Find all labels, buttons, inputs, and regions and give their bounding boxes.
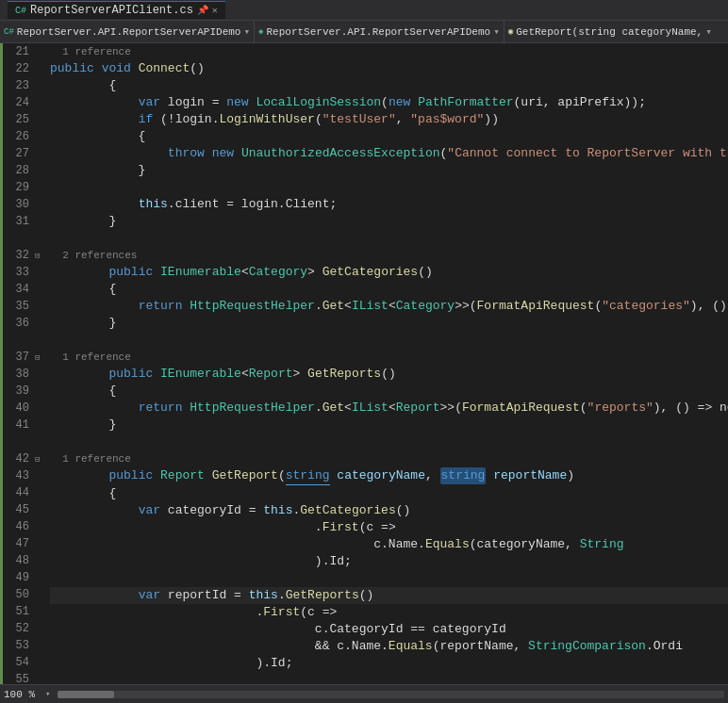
nav-segment-1[interactable]: C# ReportServer.API.ReportServerAPIDemo … [0,21,255,42]
code-line-24: if (!login.LoginWithUser("testUser", "pa… [50,111,728,128]
nav-segment-3[interactable]: ◉ GetReport(string categoryName, ▾ [505,21,716,42]
collapse-gutter: ⊟ ⊟ ⊟ [35,43,48,684]
code-line-37: public IEnumerable<Report> GetReports() [50,366,728,383]
nav-segment-2[interactable]: ◈ ReportServer.API.ReportServerAPIDemo ▾ [255,21,505,42]
code-line-53: ).Id; [50,655,728,672]
nav-segment-2-text: ReportServer.API.ReportServerAPIDemo [267,26,491,38]
code-line-35: } [50,315,728,332]
scrollbar-thumb[interactable] [58,691,114,698]
code-line-30: } [50,213,728,230]
code-line-45: .First(c => [50,519,728,536]
nav-method-icon: ◉ [508,26,513,37]
code-text-area[interactable]: 1 reference public void Connect() { var … [48,43,728,684]
code-line-38: { [50,383,728,400]
code-line-36 [50,332,728,349]
code-line-39: return HttpRequestHelper.Get<IList<Repor… [50,400,728,417]
code-line-25: { [50,128,728,145]
code-line-50: .First(c => [50,604,728,621]
code-line-28 [50,179,728,196]
nav-dropdown-icon-3[interactable]: ▾ [705,25,712,38]
code-line-32: public IEnumerable<Category> GetCategori… [50,264,728,281]
code-editor: 21 22 23 24 25 26 27 28 29 30 31 32 33 3… [0,43,728,684]
nav-dropdown-icon-1[interactable]: ▾ [243,25,250,38]
code-body: 21 22 23 24 25 26 27 28 29 30 31 32 33 3… [0,43,728,684]
ref-line-2: 2 references [50,247,728,264]
code-line-34: return HttpRequestHelper.Get<IList<Categ… [50,298,728,315]
code-line-40: } [50,417,728,433]
code-line-33: { [50,281,728,298]
code-line-21: public void Connect() [50,60,728,77]
ref-line-4: 1 reference [50,450,728,467]
horizontal-scrollbar[interactable] [58,691,724,698]
line-numbers: 21 22 23 24 25 26 27 28 29 30 31 32 33 3… [3,43,35,684]
zoom-dropdown-icon[interactable]: ▾ [45,689,50,699]
code-line-31 [50,230,728,247]
code-line-26: throw new UnauthorizedAccessException("C… [50,145,728,162]
code-line-48 [50,570,728,587]
code-line-44: var categoryId = this.GetCategories() [50,502,728,519]
title-bar: C# ReportServerAPIClient.cs 📌 ✕ [0,0,728,21]
cs-file-icon: C# [15,6,26,16]
ref-line-3: 1 reference [50,349,728,366]
nav-segment-1-text: ReportServer.API.ReportServerAPIDemo [17,26,241,38]
code-line-51: c.CategoryId == categoryId [50,621,728,638]
nav-cs-icon: C# [4,27,14,37]
code-line-52: && c.Name.Equals(reportName, StringCompa… [50,638,728,655]
zoom-level[interactable]: 100 % [4,689,38,700]
code-line-23: var login = new LocalLoginSession(new Pa… [50,94,728,111]
nav-segment-3-text: GetReport(string categoryName, [516,26,703,38]
pin-icon: 📌 [197,5,208,16]
code-line-54 [50,672,728,684]
file-tab[interactable]: C# ReportServerAPIClient.cs 📌 ✕ [8,1,225,19]
ref-line: 1 reference [50,43,728,60]
code-line-46: c.Name.Equals(categoryName, String [50,536,728,553]
nav-class-icon: ◈ [258,26,263,37]
code-line-47: ).Id; [50,553,728,570]
tab-filename: ReportServerAPIClient.cs [30,4,193,17]
code-line-22: { [50,77,728,94]
nav-dropdown-icon-2[interactable]: ▾ [493,25,500,38]
nav-bar: C# ReportServer.API.ReportServerAPIDemo … [0,21,728,43]
code-line-42: public Report GetReport(string categoryN… [50,467,728,485]
tab-close-button[interactable]: ✕ [212,5,218,16]
code-line-43: { [50,485,728,502]
code-line-27: } [50,162,728,179]
code-line-49: var reportId = this.GetReports() [50,587,728,604]
code-line-29: this.client = login.Client; [50,196,728,213]
bottom-bar: 100 % ▾ [0,684,728,703]
code-line-41 [50,433,728,450]
